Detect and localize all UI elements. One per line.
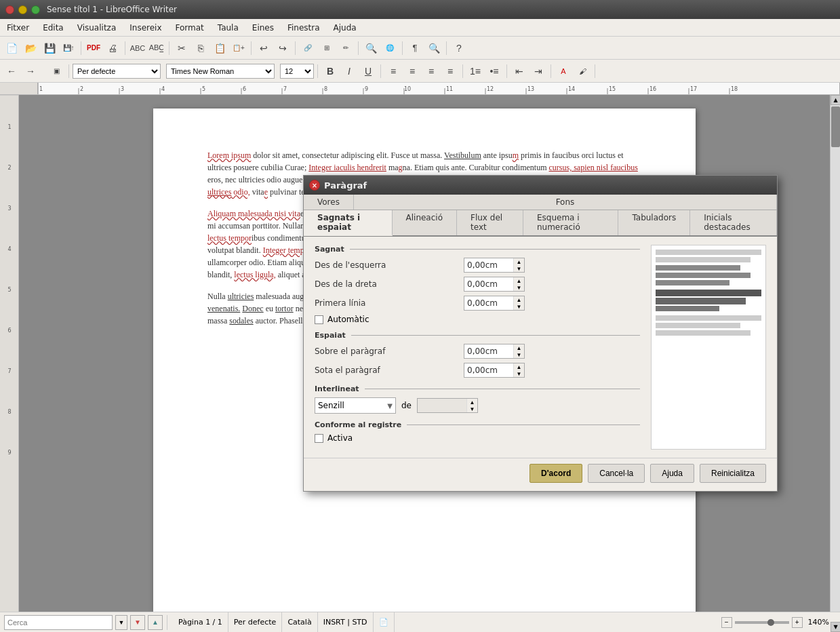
window-close-button[interactable] xyxy=(5,5,14,14)
indent-right-down[interactable]: ▼ xyxy=(514,284,524,291)
menu-eines[interactable]: Eines xyxy=(245,21,281,35)
scroll-up-button[interactable]: ▲ xyxy=(831,95,840,105)
spellcheck-button[interactable]: ABC xyxy=(129,39,146,57)
cancel-button[interactable]: Cancel·la xyxy=(588,464,645,483)
menu-ajuda[interactable]: Ajuda xyxy=(327,21,363,35)
tab-tabuladors[interactable]: Tabuladors xyxy=(618,210,690,235)
tab-vores[interactable]: Vores xyxy=(304,195,354,210)
indent-right-up[interactable]: ▲ xyxy=(514,277,524,284)
menu-edita[interactable]: Edita xyxy=(36,21,71,35)
font-dropdown[interactable]: Times New Roman xyxy=(166,64,275,79)
interlineat-up[interactable]: ▲ xyxy=(467,399,477,406)
space-above-down[interactable]: ▼ xyxy=(514,351,524,358)
interlineat-down[interactable]: ▼ xyxy=(467,406,477,412)
page-outline-button[interactable]: ▣ xyxy=(47,62,65,80)
first-line-down[interactable]: ▼ xyxy=(514,303,524,310)
window-maximize-button[interactable] xyxy=(31,5,40,14)
menu-visualitza[interactable]: Visualitza xyxy=(71,21,123,35)
underline-button[interactable]: U xyxy=(359,62,377,80)
space-below-up[interactable]: ▲ xyxy=(514,363,524,370)
align-right-button[interactable]: ≡ xyxy=(422,62,440,80)
interlineat-value-spinbox[interactable]: ▲ ▼ xyxy=(417,398,478,413)
indent-right-spinbox[interactable]: 0,00cm ▲ ▼ xyxy=(464,277,525,292)
indent-left-spinbox[interactable]: 0,00cm ▲ ▼ xyxy=(464,258,525,273)
numbering-button[interactable]: 1≡ xyxy=(466,62,484,80)
zoom-button[interactable]: 🔍 xyxy=(425,39,443,57)
tab-fons[interactable]: Fons xyxy=(354,195,777,210)
first-line-spinbox[interactable]: 0,00cm ▲ ▼ xyxy=(464,296,525,311)
autocorrect-button[interactable]: ABC̲ xyxy=(148,39,165,57)
copy-button[interactable]: ⎘ xyxy=(192,39,209,57)
space-above-up[interactable]: ▲ xyxy=(514,344,524,351)
indent-left-down[interactable]: ▼ xyxy=(514,265,524,272)
align-left-button[interactable]: ≡ xyxy=(384,62,402,80)
window-minimize-button[interactable] xyxy=(18,5,27,14)
tab-sagnats[interactable]: Sagnats i espaiat xyxy=(304,210,393,236)
help-button[interactable]: ? xyxy=(450,39,468,57)
menu-finestra[interactable]: Finestra xyxy=(281,21,327,35)
help-button[interactable]: Ajuda xyxy=(650,464,694,483)
style-dropdown[interactable]: Per defecte xyxy=(73,64,161,79)
new-button[interactable]: 📄 xyxy=(3,39,20,57)
redo-button[interactable]: ↪ xyxy=(274,39,292,57)
align-justify-button[interactable]: ≡ xyxy=(441,62,459,80)
tab-esquema[interactable]: Esquema i numeració xyxy=(523,210,618,235)
search-input[interactable] xyxy=(4,615,113,630)
nav-back-button[interactable]: ← xyxy=(3,62,20,80)
highlight-button[interactable]: 🖌 xyxy=(574,62,591,80)
zoom-thumb[interactable] xyxy=(767,619,774,626)
print-button[interactable]: 🖨 xyxy=(104,39,121,57)
zoom-out-button[interactable]: − xyxy=(721,617,732,628)
ok-button[interactable]: D'acord xyxy=(529,464,582,483)
char-color-button[interactable]: A xyxy=(555,62,572,80)
tab-alineacio[interactable]: Alineació xyxy=(393,210,458,235)
open-button[interactable]: 📂 xyxy=(22,39,39,57)
search-next-button[interactable]: ▲ xyxy=(148,615,163,630)
find2-button[interactable]: 🌐 xyxy=(381,39,399,57)
undo-button[interactable]: ↩ xyxy=(255,39,273,57)
interlineat-dropdown[interactable]: Senzill ▼ xyxy=(315,397,396,414)
clone-button[interactable]: 📋+ xyxy=(230,39,247,57)
zoom-in-button[interactable]: + xyxy=(792,617,803,628)
dialog-close-button[interactable]: × xyxy=(309,180,320,191)
tab-inicials[interactable]: Inicials destacades xyxy=(690,210,777,235)
search-dropdown-button[interactable]: ▼ xyxy=(115,615,127,630)
zoom-slider[interactable] xyxy=(735,621,789,624)
window-controls[interactable] xyxy=(5,5,40,14)
menu-taula[interactable]: Taula xyxy=(211,21,245,35)
reset-button[interactable]: Reinicialitza xyxy=(700,464,766,483)
save-remote-button[interactable]: 💾↑ xyxy=(60,39,77,57)
search-prev-button[interactable]: ▼ xyxy=(130,615,145,630)
menu-fitxer[interactable]: Fitxer xyxy=(0,21,36,35)
table-button[interactable]: ⊞ xyxy=(318,39,336,57)
nonprint-button[interactable]: ¶ xyxy=(406,39,424,57)
scroll-thumb[interactable] xyxy=(831,106,840,147)
bold-button[interactable]: B xyxy=(321,62,339,80)
indent-decrease-button[interactable]: ⇤ xyxy=(511,62,528,80)
cut-button[interactable]: ✂ xyxy=(173,39,191,57)
indent-increase-button[interactable]: ⇥ xyxy=(529,62,547,80)
first-line-up[interactable]: ▲ xyxy=(514,296,524,303)
hyperlink-button[interactable]: 🔗 xyxy=(299,39,317,57)
vertical-scrollbar[interactable]: ▲ ▼ xyxy=(830,95,840,612)
space-below-spinbox[interactable]: 0,00cm ▲ ▼ xyxy=(464,363,525,378)
paste-button[interactable]: 📋 xyxy=(211,39,228,57)
tab-flux[interactable]: Flux del text xyxy=(457,210,523,235)
save-button[interactable]: 💾 xyxy=(41,39,58,57)
space-below-down[interactable]: ▼ xyxy=(514,370,524,377)
bullets-button[interactable]: •≡ xyxy=(485,62,503,80)
italic-button[interactable]: I xyxy=(340,62,358,80)
show-draw-button[interactable]: ✏ xyxy=(337,39,355,57)
menu-format[interactable]: Format xyxy=(169,21,211,35)
find-button[interactable]: 🔍 xyxy=(362,39,380,57)
nav-fwd-button[interactable]: → xyxy=(22,62,39,80)
menu-insereix[interactable]: Insereix xyxy=(123,21,168,35)
paragraph-dialog[interactable]: × Paràgraf Vores Fons Sagnats i espaiat … xyxy=(303,175,778,492)
space-above-spinbox[interactable]: 0,00cm ▲ ▼ xyxy=(464,344,525,359)
size-dropdown[interactable]: 12 xyxy=(280,64,314,79)
activa-checkbox[interactable] xyxy=(315,434,323,443)
indent-left-up[interactable]: ▲ xyxy=(514,258,524,265)
export-pdf-button[interactable]: PDF xyxy=(85,39,102,57)
align-center-button[interactable]: ≡ xyxy=(403,62,421,80)
automatic-checkbox[interactable] xyxy=(315,315,323,324)
